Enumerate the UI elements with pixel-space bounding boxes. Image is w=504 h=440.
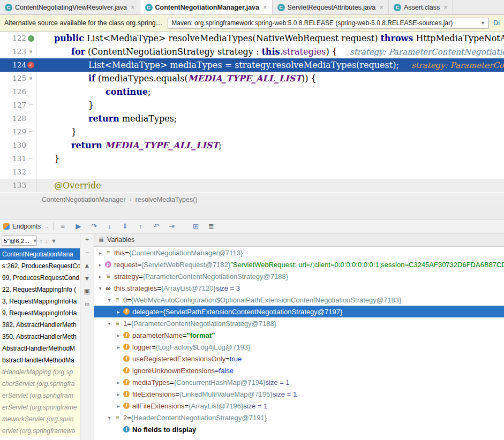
source-jar-combobox[interactable]: Maven: org.springframework:spring-web:5.… xyxy=(168,18,489,29)
frame-item[interactable]: 22, RequestMappingInfo ( xyxy=(0,284,80,295)
frame-item[interactable]: 99, ProducesRequestCond xyxy=(0,272,80,284)
variables-title: Variables xyxy=(107,236,134,244)
filter-icon[interactable]: ▼ xyxy=(51,238,57,244)
frame-up-icon[interactable]: ↑ xyxy=(40,238,43,244)
editor-tab[interactable]: CServletRequestAttributes.java× xyxy=(273,0,389,14)
code-text[interactable]: } xyxy=(36,98,504,112)
variable-row[interactable]: fuseRegisteredExtensionsOnly = true xyxy=(94,353,504,365)
code-text[interactable]: } xyxy=(36,125,504,139)
duplicate-watch-icon[interactable]: ▣ xyxy=(83,287,92,295)
show-execution-point-icon[interactable]: ▶ xyxy=(73,222,83,230)
code-text[interactable]: return MEDIA_TYPE_ALL_LIST; xyxy=(36,139,504,152)
fold-end-icon[interactable]: ⌐ xyxy=(28,98,33,112)
tab-close-icon[interactable]: × xyxy=(443,3,448,11)
editor-tab[interactable]: CContentNegotiationManager.java× xyxy=(140,0,273,14)
expand-icon[interactable]: ▸ xyxy=(115,344,122,350)
frame-item[interactable]: tHandlerMapping (org.sp xyxy=(0,366,80,378)
move-watch-down-icon[interactable]: ▼ xyxy=(83,275,92,282)
editor-tab[interactable]: CContentNegotiatingViewResolver.java× xyxy=(0,0,140,14)
expand-icon[interactable]: ▸ xyxy=(96,250,104,256)
variable-row[interactable]: ▾≡1 = {ParameterContentNegotiationStrate… xyxy=(94,317,504,329)
show-watches-icon[interactable]: ∞ xyxy=(83,300,92,308)
step-over-icon[interactable]: ↷ xyxy=(89,222,99,230)
variable-row[interactable]: ▾≡2 = {HeaderContentNegotiationStrategy@… xyxy=(94,412,504,423)
frame-down-icon[interactable]: ↓ xyxy=(46,238,49,244)
layout-settings-icon[interactable]: ≣ xyxy=(206,222,216,230)
collapse-icon[interactable]: ▾ xyxy=(106,297,113,303)
frame-item[interactable]: AbstractHandlerMethodM xyxy=(0,343,80,354)
variable-row[interactable]: iNo fields to display xyxy=(94,423,504,435)
frame-item[interactable]: ContentNegotiationMana xyxy=(0,248,80,260)
step-out-icon[interactable]: ↑ xyxy=(136,222,145,230)
tab-endpoints[interactable]: Endpoints → xyxy=(3,223,49,230)
frame-item[interactable]: 350, AbstractHandlerMeth xyxy=(0,331,80,343)
variable-row[interactable]: ▸≡strategy = {ParameterContentNegotiatio… xyxy=(94,270,504,282)
code-text[interactable]: continue; xyxy=(36,85,504,98)
variable-row[interactable]: ▸ffileExtensions = {LinkedMultiValueMap@… xyxy=(94,388,504,400)
frame-item[interactable]: ervlet (org.springframewo xyxy=(0,425,80,437)
expand-icon[interactable]: ▸ xyxy=(96,262,104,268)
view-menu-icon[interactable]: ≡ xyxy=(58,222,67,230)
tab-close-icon[interactable]: × xyxy=(131,3,135,11)
breadcrumb-class[interactable]: ContentNegotiationManager xyxy=(42,196,125,203)
move-watch-up-icon[interactable]: ▲ xyxy=(83,262,92,269)
fold-end-icon[interactable]: ⌐ xyxy=(28,125,33,139)
expand-icon[interactable]: ▸ xyxy=(115,403,122,409)
expand-icon[interactable]: ▸ xyxy=(115,309,122,315)
expand-icon[interactable]: ▸ xyxy=(115,380,122,385)
code-text[interactable]: return mediaTypes; xyxy=(36,112,504,125)
expand-icon[interactable]: ▸ xyxy=(115,391,122,397)
code-text[interactable]: @Override xyxy=(36,179,504,192)
evaluate-expression-icon[interactable]: ⊞ xyxy=(191,222,200,230)
variable-row[interactable]: ▸fmediaTypes = {ConcurrentHashMap@7194} … xyxy=(94,376,504,388)
run-to-cursor-icon[interactable]: ⇥ xyxy=(167,222,176,230)
drop-frame-icon[interactable]: ↶ xyxy=(151,222,161,230)
collapse-icon[interactable]: ▾ xyxy=(96,285,104,291)
editor-code[interactable]: 122↑public List<MediaType> resolveMediaT… xyxy=(0,32,504,193)
force-step-into-icon[interactable]: ⇓ xyxy=(120,222,130,230)
frame-item[interactable]: erServlet (org.springfram xyxy=(0,390,80,401)
variable-row[interactable]: ▸≡this = {ContentNegotiationManager@7113… xyxy=(94,247,504,259)
tab-close-icon[interactable]: × xyxy=(379,3,383,11)
fold-icon[interactable]: ▾ xyxy=(29,72,33,85)
frame-item[interactable]: 382, AbstractHandlerMeth xyxy=(0,319,80,331)
frame-item[interactable]: bstractHandlerMethodMa xyxy=(0,354,80,366)
collapse-icon[interactable]: ▾ xyxy=(106,415,113,421)
add-watch-icon[interactable]: + xyxy=(83,236,92,244)
remove-watch-icon[interactable]: − xyxy=(83,249,92,256)
expand-icon[interactable]: ▸ xyxy=(96,274,104,279)
expand-icon[interactable]: ▸ xyxy=(115,332,122,338)
thread-selector-combobox[interactable]: 5"@6,2... ▼ xyxy=(2,236,37,246)
step-into-icon[interactable]: ↓ xyxy=(104,222,114,230)
frame-item[interactable]: 3, RequestMappingInfoHa xyxy=(0,295,80,307)
editor-tab[interactable]: CAssert.class× xyxy=(389,0,453,14)
variable-row[interactable]: ▸fdelegate = {ServletPathExtensionConten… xyxy=(94,306,504,317)
breadcrumb-method[interactable]: resolveMediaTypes() xyxy=(136,196,198,203)
code-text[interactable]: } xyxy=(36,152,504,165)
fold-end-icon[interactable]: ⌐ xyxy=(28,152,33,165)
frame-item[interactable]: cherServlet (org.springfra xyxy=(0,378,80,390)
variables-menu-icon[interactable]: ≣ xyxy=(99,236,104,244)
disable-link[interactable]: Di xyxy=(493,19,500,27)
code-text[interactable]: List<MediaType> mediaTypes = strategy.re… xyxy=(36,58,504,72)
variable-row[interactable]: ▸prequest = {ServletWebRequest@7182} "Se… xyxy=(94,259,504,270)
variable-row[interactable]: ▸fparameterName = "format" xyxy=(94,329,504,341)
variable-row[interactable]: ▾≡0 = {WebMvcAutoConfiguration$OptionalP… xyxy=(94,294,504,306)
collapse-icon[interactable]: ▾ xyxy=(106,321,113,327)
frame-item[interactable]: meworkServlet (org.sprin xyxy=(0,413,80,425)
variable-row[interactable]: fignoreUnknownExtensions = false xyxy=(94,365,504,376)
code-text[interactable]: for (ContentNegotiationStrategy strategy… xyxy=(36,45,504,58)
variable-row[interactable]: ▸fallFileExtensions = {ArrayList@7196} s… xyxy=(94,400,504,412)
fold-icon[interactable]: ▾ xyxy=(29,45,33,58)
variable-row[interactable]: ▸flogger = {LogFactory$Log4jLog@7193} xyxy=(94,341,504,353)
variable-row[interactable]: ▾∞this.strategies = {ArrayList@7120} siz… xyxy=(94,282,504,294)
code-text[interactable] xyxy=(36,165,504,179)
breakpoint-icon[interactable]: ✓ xyxy=(27,62,34,69)
implements-method-icon[interactable]: ↑ xyxy=(28,35,34,42)
frame-item[interactable]: 9, RequestMappingInfoHa xyxy=(0,307,80,319)
frame-item[interactable]: erServlet (org.springframe xyxy=(0,401,80,413)
code-text[interactable]: public List<MediaType> resolveMediaTypes… xyxy=(36,32,504,45)
tab-close-icon[interactable]: × xyxy=(263,3,267,11)
code-text[interactable]: if (mediaTypes.equals(MEDIA_TYPE_ALL_LIS… xyxy=(36,72,504,85)
frame-item[interactable]: s:262, ProducesRequestCo xyxy=(0,260,80,272)
